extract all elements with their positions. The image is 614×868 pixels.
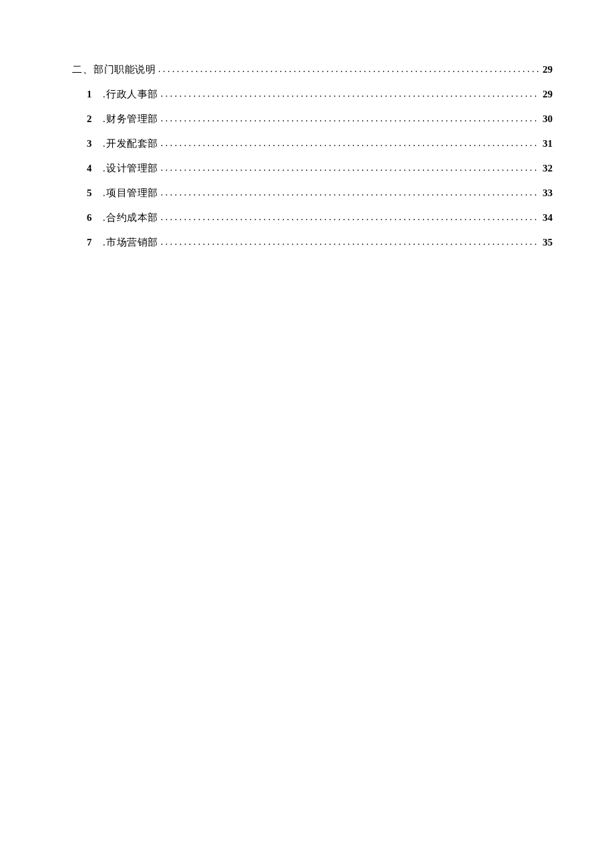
toc-leader-dots xyxy=(161,138,539,149)
toc-item-page: 31 xyxy=(543,138,553,149)
toc-item-page: 29 xyxy=(543,89,553,100)
toc-item-label: 财务管理部 xyxy=(103,113,158,125)
toc-item-row: 5 项目管理部 33 xyxy=(87,187,553,199)
toc-item-row: 4 设计管理部 32 xyxy=(87,162,553,175)
toc-item-number: 2 xyxy=(87,113,93,125)
toc-leader-dots xyxy=(161,113,539,124)
toc-item-row: 6 合约成本部 34 xyxy=(87,211,553,224)
toc-leader-dots xyxy=(161,89,539,99)
toc-heading-page: 29 xyxy=(543,64,553,75)
toc-item-page: 30 xyxy=(543,113,553,125)
toc-item-page: 32 xyxy=(543,163,553,174)
toc-item-label: 开发配套部 xyxy=(103,137,158,150)
toc-leader-dots xyxy=(161,163,539,173)
toc-item-number: 5 xyxy=(87,187,93,199)
toc-item-number: 1 xyxy=(87,89,93,100)
toc-heading-row: 二、 部门职能说明 29 xyxy=(72,63,553,76)
toc-leader-dots xyxy=(161,187,539,198)
toc-item-row: 1 行政人事部 29 xyxy=(87,88,553,101)
toc-item-label: 项目管理部 xyxy=(103,187,158,199)
toc-leader-dots xyxy=(161,212,539,223)
toc-item-number: 7 xyxy=(87,237,93,248)
toc-item-page: 34 xyxy=(543,212,553,224)
toc-item-row: 3 开发配套部 31 xyxy=(87,137,553,150)
toc-item-row: 7 市场营销部 35 xyxy=(87,236,553,249)
toc-heading-prefix: 二、 xyxy=(72,63,93,76)
toc-item-label: 设计管理部 xyxy=(103,162,158,175)
toc-item-label: 合约成本部 xyxy=(103,211,158,224)
toc-item-page: 35 xyxy=(543,237,553,248)
toc-item-row: 2 财务管理部 30 xyxy=(87,113,553,125)
toc-leader-dots xyxy=(158,64,539,75)
toc-item-number: 6 xyxy=(87,212,93,224)
toc-item-label: 市场营销部 xyxy=(103,236,158,249)
document-page: 二、 部门职能说明 29 1 行政人事部 29 2 财务管理部 30 3 开发配… xyxy=(0,0,614,249)
toc-leader-dots xyxy=(161,237,539,248)
toc-item-number: 3 xyxy=(87,138,93,149)
toc-item-label: 行政人事部 xyxy=(103,88,158,101)
toc-item-number: 4 xyxy=(87,163,93,174)
toc-heading-title: 部门职能说明 xyxy=(93,63,156,76)
toc-item-page: 33 xyxy=(543,187,553,199)
